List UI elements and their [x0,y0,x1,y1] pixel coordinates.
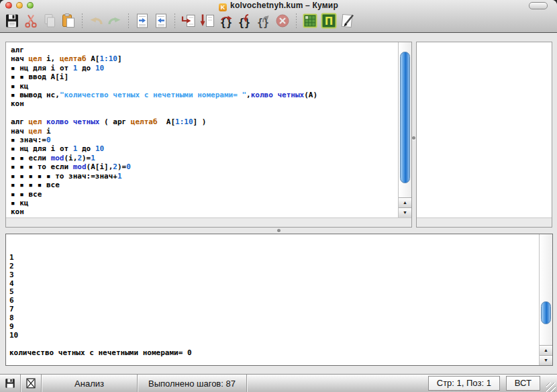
editor-scrollbar-thumb[interactable] [400,52,410,183]
output-line: 7 [9,305,539,314]
insert-mode-indicator: ВСТ [506,376,540,391]
statusbar-separator [246,375,247,392]
output-line: 5 [9,288,539,297]
floppy-icon [4,13,20,29]
undo-arrow-icon [88,13,104,29]
output-line [9,340,539,349]
kumir-window: Kkolvochetnyh.kum – Кумир [0,0,557,392]
indent-button[interactable] [133,11,152,30]
copy-button[interactable] [40,11,59,30]
toolbar-separator [174,13,175,29]
floppy-icon [4,377,16,389]
green-grid-icon [302,13,318,29]
code-line: ▪ ▪ ▪ ▪ все [11,181,398,189]
horizontal-splitter-handle[interactable] [277,229,281,232]
braces-arrow-icon: {} [237,13,253,29]
edit-button[interactable] [338,11,357,30]
window-header: Kkolvochetnyh.kum – Кумир [0,0,557,33]
paste-button[interactable] [59,11,78,30]
boxed-x-icon [25,377,37,389]
titlebar: Kkolvochetnyh.kum – Кумир [0,0,557,10]
cursor-position: Стр: 1, Поз: 1 [428,376,500,391]
toolbar-separator [296,13,297,29]
output-pane: 12345678910 количество четных с нечетным… [5,234,553,366]
side-panel-horizontal-scrollbar[interactable] [417,217,552,227]
statusbar-save-button[interactable] [0,375,20,392]
scroll-down-button[interactable]: ▼ [399,207,411,217]
run-button[interactable] [179,11,198,30]
code-line: ▪ вывод нс,"количество четных с нечетным… [11,91,398,99]
output-line: количество четных с нечетными номерами= … [9,349,539,358]
code-line [11,109,398,117]
output-line: 9 [9,323,539,332]
code-line: ▪ ▪ ввод A[i] [11,72,398,81]
output-line: 8 [9,314,539,323]
output-line: 1 [9,254,539,262]
run-into-page-icon [181,13,197,29]
step-over-button[interactable]: {} [217,11,236,30]
stop-x-icon [274,13,291,29]
code-line: ▪ ▪ если mod(i,2)=1 [11,154,398,162]
scissors-icon [23,13,39,29]
step-button[interactable] [198,11,217,30]
output-scrollbar-thumb[interactable] [541,301,551,324]
step-out-button[interactable]: {} [254,11,273,30]
statusbar-clear-button[interactable] [21,375,41,392]
vertical-splitter-handle[interactable] [412,136,415,140]
green-p-icon: П [321,13,337,29]
window-title: kolvochetnyh.kum – Кумир [230,1,338,10]
indent-page-icon [134,13,150,29]
code-editor[interactable]: алгнач цел i, целтаб A[1:10]▪ нц для i о… [6,42,398,217]
redo-button[interactable] [105,11,124,30]
braces-arc-arrow-icon: {} [218,13,234,29]
braces-gray-arrow-icon: {} [256,13,272,29]
code-line: нач цел i, целтаб A[1:10] [11,54,398,63]
title-area: Kkolvochetnyh.kum – Кумир [0,1,557,11]
output-console[interactable]: 12345678910 количество четных с нечетным… [6,234,539,365]
robot-field-button[interactable] [301,11,319,30]
code-line: ▪ ▪ ▪ то если mod(A[i],2)=0 [11,162,398,171]
toolbar-separator [82,13,83,29]
output-vertical-scrollbar[interactable]: ▲ ▼ [539,234,552,365]
redo-arrow-icon [107,13,123,29]
stop-button[interactable] [273,11,292,30]
unindent-page-icon [153,13,169,29]
undo-button[interactable] [87,11,105,30]
editor-horizontal-scrollbar[interactable] [6,217,411,227]
save-button[interactable] [3,11,21,30]
app-icon: K [219,3,227,11]
output-line: 6 [9,297,539,305]
output-line: 2 [9,262,539,271]
status-mode: Анализ [42,379,137,389]
code-line: ▪ нц для i от 1 до 10 [11,64,398,72]
pult-window-button[interactable]: П [319,11,338,30]
unindent-button[interactable] [152,11,170,30]
toolbar-separator [128,13,129,29]
output-line: 3 [9,271,539,280]
pencil-page-icon [340,13,356,29]
code-line: алг цел колво четных ( арг целтаб A[1:10… [11,117,398,126]
scroll-up-button[interactable]: ▲ [399,197,411,207]
code-line: алг [11,46,398,54]
status-steps: Выполнено шагов: 87 [138,379,246,389]
editor-vertical-scrollbar[interactable]: ▲ ▼ [398,42,411,217]
svg-text:П: П [325,15,334,28]
scroll-down-button[interactable]: ▼ [540,355,552,365]
cut-button[interactable] [21,11,40,30]
toolbar-toggle-button[interactable] [529,2,548,9]
step-down-page-icon [199,13,215,29]
code-line: ▪ кц [11,199,398,207]
code-line: ▪ знач:=0 [11,136,398,144]
copy-pages-icon [42,13,58,29]
side-panel [416,42,552,228]
resize-grip[interactable] [546,383,556,392]
toolbar: {} {} {} [0,10,557,32]
statusbar: Анализ Выполнено шагов: 87 Стр: 1, Поз: … [0,374,557,392]
code-line: ▪ нц для i от 1 до 10 [11,144,398,153]
code-line: ▪ ▪ все [11,190,398,199]
code-line: ▪ ▪ ▪ ▪ ▪ то знач:=знач+1 [11,172,398,181]
code-line: ▪ кц [11,82,398,91]
step-into-button[interactable]: {} [236,11,254,30]
scroll-up-button[interactable]: ▲ [540,345,552,355]
clipboard-icon [60,13,77,29]
